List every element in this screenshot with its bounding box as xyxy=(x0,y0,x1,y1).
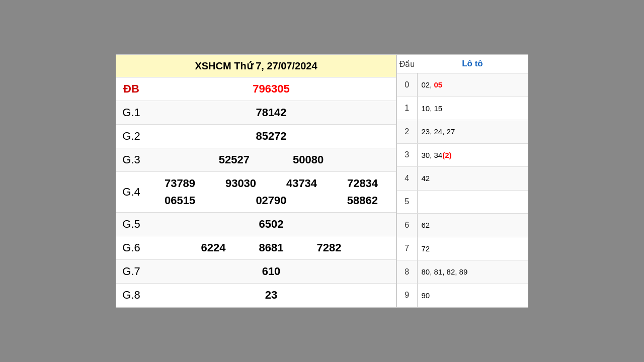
dau-cell: 8 xyxy=(397,260,417,284)
dau-cell: 3 xyxy=(397,143,417,167)
prize-label-g7: G.7 xyxy=(116,260,146,284)
prize-value-g8: 23 xyxy=(146,284,396,307)
dau-cell: 0 xyxy=(397,73,417,97)
prize-label-g3: G.3 xyxy=(116,148,146,172)
prize-label-g6: G.6 xyxy=(116,236,146,260)
dau-cell: 7 xyxy=(397,237,417,260)
prize-label-g2: G.2 xyxy=(116,125,146,148)
loto-cell: 62 xyxy=(417,214,528,237)
prize-table: XSHCM Thứ 7, 27/07/2024 ĐB 796305 G.1 78… xyxy=(116,55,397,307)
prize-label-g4: G.4 xyxy=(116,172,146,213)
dau-cell: 5 xyxy=(397,190,417,214)
table-row: G.3 52527 50080 xyxy=(116,148,396,172)
loto-row: 002, 05 xyxy=(397,73,528,97)
prize-label-db: ĐB xyxy=(116,77,146,101)
table-title: XSHCM Thứ 7, 27/07/2024 xyxy=(116,55,396,77)
loto-row: 223, 24, 27 xyxy=(397,120,528,144)
loto-row: 990 xyxy=(397,284,528,307)
loto-row: 442 xyxy=(397,167,528,191)
dau-cell: 9 xyxy=(397,284,417,307)
table-row: G.7 610 xyxy=(116,260,396,284)
main-container: XSHCM Thứ 7, 27/07/2024 ĐB 796305 G.1 78… xyxy=(116,54,528,308)
table-row: G.1 78142 xyxy=(116,101,396,125)
loto-cell xyxy=(417,190,528,214)
table-row: G.4 73789930304373472834 065150279058862 xyxy=(116,172,396,213)
prize-value-g1: 78142 xyxy=(146,101,396,125)
loto-row: 110, 15 xyxy=(397,97,528,120)
prize-label-g8: G.8 xyxy=(116,284,146,307)
loto-row: 662 xyxy=(397,214,528,237)
loto-cell: 10, 15 xyxy=(417,97,528,120)
loto-column-header: Lô tô xyxy=(417,55,528,73)
dau-cell: 6 xyxy=(397,214,417,237)
loto-cell: 23, 24, 27 xyxy=(417,120,528,144)
dau-cell: 1 xyxy=(397,97,417,120)
prize-value-g4: 73789930304373472834 065150279058862 xyxy=(146,172,396,213)
loto-row: 5 xyxy=(397,190,528,214)
prize-value-g6: 6224 8681 7282 xyxy=(146,236,396,260)
loto-row: 772 xyxy=(397,237,528,260)
table-row: G.6 6224 8681 7282 xyxy=(116,236,396,260)
loto-row: 330, 34(2) xyxy=(397,143,528,167)
table-row: ĐB 796305 xyxy=(116,77,396,101)
prize-value-g2: 85272 xyxy=(146,125,396,148)
dau-column-header: Đầu xyxy=(397,55,417,73)
prize-value-g7: 610 xyxy=(146,260,396,284)
loto-table: Đầu Lô tô 002, 05110, 15223, 24, 27330, … xyxy=(397,55,528,307)
prize-label-g5: G.5 xyxy=(116,213,146,236)
prize-value-db: 796305 xyxy=(146,77,396,101)
prize-label-g1: G.1 xyxy=(116,101,146,125)
table-row: G.2 85272 xyxy=(116,125,396,148)
dau-cell: 2 xyxy=(397,120,417,144)
loto-cell: 80, 81, 82, 89 xyxy=(417,260,528,284)
loto-cell: 02, 05 xyxy=(417,73,528,97)
table-row: G.5 6502 xyxy=(116,213,396,236)
loto-cell: 72 xyxy=(417,237,528,260)
loto-row: 880, 81, 82, 89 xyxy=(397,260,528,284)
dau-cell: 4 xyxy=(397,167,417,191)
prize-value-g3: 52527 50080 xyxy=(146,148,396,172)
loto-cell: 90 xyxy=(417,284,528,307)
loto-cell: 30, 34(2) xyxy=(417,143,528,167)
loto-cell: 42 xyxy=(417,167,528,191)
prize-value-g5: 6502 xyxy=(146,213,396,236)
table-row: G.8 23 xyxy=(116,284,396,307)
